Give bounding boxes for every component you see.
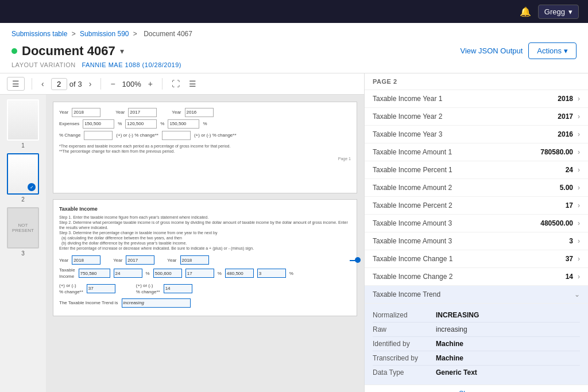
- layout-variation-value[interactable]: Fannie Mae 1088 (10/28/2019): [82, 61, 181, 68]
- thumbnail-num-1: 1: [21, 142, 25, 149]
- viewer-toolbar: ☰ ‹ of 3 › − 100% + ⛶ ☰: [0, 73, 364, 95]
- header-actions: View JSON Output Actions ▾: [460, 42, 577, 59]
- field-name-4: Taxable Income Percent 1: [373, 166, 566, 174]
- field-row-10[interactable]: Taxable Income Change 2 14 ›: [365, 268, 588, 286]
- field-row-0[interactable]: Taxable Income Year 1 2018 ›: [365, 90, 588, 108]
- page-number-input[interactable]: [51, 78, 67, 90]
- thumbnail-2[interactable]: ✓ 2: [6, 153, 40, 203]
- field-name-7: Taxable Income Amount 3: [373, 219, 540, 227]
- field-chevron-1: ›: [578, 112, 580, 121]
- thumbnail-not-present-3: NOTPRESENT: [7, 207, 39, 249]
- field-detail-panel: Normalized INCREASING Raw increasing Ide…: [365, 304, 588, 385]
- detail-label-transcribed: Transcribed by: [373, 354, 436, 362]
- field-value-8: 3: [569, 237, 573, 245]
- actions-button[interactable]: Actions ▾: [528, 42, 577, 59]
- field-row-trend[interactable]: Taxable Income Trend ⌄: [365, 286, 588, 304]
- detail-row-normalized: Normalized INCREASING: [373, 308, 580, 323]
- thumbnail-image-1: [7, 99, 39, 141]
- field-name-1: Taxable Income Year 2: [373, 112, 558, 121]
- view-json-button[interactable]: View JSON Output: [460, 46, 523, 55]
- field-chevron-2: ›: [578, 130, 580, 138]
- toolbar-divider: [32, 78, 32, 90]
- right-panel: PAGE 2 Taxable Income Year 1 2018 › Taxa…: [364, 73, 588, 392]
- breadcrumb-sep1: >: [72, 30, 76, 38]
- breadcrumb-submissions[interactable]: Submissions table: [11, 30, 67, 38]
- detail-row-identified: Identified by Machine: [373, 337, 580, 351]
- zoom-out-button[interactable]: −: [108, 78, 117, 90]
- thumbnail-3[interactable]: NOTPRESENT 3: [6, 207, 40, 257]
- user-chevron-icon: ▾: [568, 7, 572, 16]
- toolbar-divider2: [100, 78, 101, 90]
- thumbnail-panel: 1 ✓ 2 NOTPRESENT: [0, 95, 46, 392]
- field-value-2: 2016: [558, 130, 573, 138]
- field-chevron-3: ›: [578, 148, 580, 156]
- field-value-9: 37: [566, 255, 573, 263]
- document-viewer: ☰ ‹ of 3 › − 100% + ⛶ ☰: [0, 73, 364, 392]
- toolbar-divider3: [162, 78, 163, 90]
- field-row-2[interactable]: Taxable Income Year 3 2016 ›: [365, 126, 588, 143]
- field-name-3: Taxable Income Amount 1: [373, 148, 540, 156]
- field-value-5: 5.00: [560, 184, 573, 192]
- of-label: of: [69, 80, 76, 88]
- title-dropdown-button[interactable]: ▾: [120, 46, 124, 56]
- field-row-6[interactable]: Taxable Income Percent 2 17 ›: [365, 197, 588, 215]
- outline-toggle-button[interactable]: ☰: [7, 77, 25, 91]
- zoom-level: 100%: [122, 80, 141, 88]
- panel-page-label: PAGE 2: [365, 73, 588, 90]
- field-name-9: Taxable Income Change 1: [373, 255, 566, 263]
- field-row-4[interactable]: Taxable Income Percent 1 24 ›: [365, 161, 588, 179]
- notification-bell-icon[interactable]: 🔔: [520, 6, 531, 17]
- field-row-1[interactable]: Taxable Income Year 2 2017 ›: [365, 108, 588, 126]
- field-name-6: Taxable Income Percent 2: [373, 201, 566, 209]
- field-value-1: 2017: [558, 112, 573, 121]
- detail-value-normalized: INCREASING: [436, 311, 479, 319]
- field-value-7: 480500.00: [540, 219, 573, 227]
- document-pages: Year 2018 Year 2017 Year 2016 Expenses 1…: [46, 95, 364, 392]
- field-row-7[interactable]: Taxable Income Amount 3 480500.00 ›: [365, 215, 588, 232]
- detail-row-transcribed: Transcribed by Machine: [373, 351, 580, 366]
- field-name-8: Taxable Income Amount 3: [373, 237, 569, 245]
- detail-label-identified: Identified by: [373, 340, 436, 348]
- field-name-trend: Taxable Income Trend: [373, 290, 570, 298]
- field-chevron-6: ›: [578, 201, 580, 209]
- show-more-button[interactable]: Show more: [365, 385, 588, 392]
- image-mode-button[interactable]: ⛶: [169, 78, 182, 90]
- user-menu[interactable]: Gregg ▾: [538, 5, 579, 19]
- breadcrumb: Submissions table > Submission 590 > Doc…: [11, 30, 577, 38]
- breadcrumb-sep2: >: [133, 30, 137, 38]
- field-chevron-7: ›: [578, 219, 580, 227]
- field-row-3[interactable]: Taxable Income Amount 1 780580.00 ›: [365, 143, 588, 161]
- doc-content-area: 1 ✓ 2 NOTPRESENT: [0, 95, 364, 392]
- thumbnail-image-2: ✓: [7, 153, 39, 195]
- total-pages-label: 3: [78, 80, 82, 88]
- detail-value-transcribed: Machine: [436, 354, 463, 362]
- prev-page-button[interactable]: ‹: [39, 78, 47, 90]
- breadcrumb-submission[interactable]: Submission 590: [80, 30, 129, 38]
- detail-value-identified: Machine: [436, 340, 463, 348]
- thumbnail-1[interactable]: 1: [6, 99, 40, 149]
- zoom-in-button[interactable]: +: [146, 78, 155, 90]
- page-navigation: of 3: [51, 78, 82, 90]
- breadcrumb-document: Document 4067: [144, 30, 192, 38]
- field-chevron-5: ›: [578, 184, 580, 192]
- actions-chevron-icon: ▾: [564, 46, 568, 55]
- page-header: Submissions table > Submission 590 > Doc…: [0, 23, 588, 73]
- document-title: Document 4067: [22, 44, 115, 59]
- field-row-8[interactable]: Taxable Income Amount 3 3 ›: [365, 232, 588, 250]
- field-chevron-8: ›: [578, 237, 580, 245]
- field-value-3: 780580.00: [540, 148, 573, 156]
- not-present-label: NOTPRESENT: [12, 223, 34, 233]
- field-name-10: Taxable Income Change 2: [373, 273, 566, 281]
- thumbnail-num-3: 3: [21, 250, 25, 257]
- field-row-9[interactable]: Taxable Income Change 1 37 ›: [365, 250, 588, 268]
- actions-label: Actions: [537, 46, 562, 55]
- detail-label-datatype: Data Type: [373, 368, 436, 377]
- field-row-5[interactable]: Taxable Income Amount 2 5.00 ›: [365, 179, 588, 197]
- list-view-button[interactable]: ☰: [187, 78, 199, 90]
- document-page-2: Taxable Income Step 1. Enter the taxable…: [53, 199, 357, 316]
- next-page-button[interactable]: ›: [87, 78, 94, 90]
- status-dot: [11, 48, 17, 54]
- doc-title-group: Document 4067 ▾: [11, 44, 124, 59]
- detail-value-raw: increasing: [436, 325, 467, 333]
- detail-row-raw: Raw increasing: [373, 323, 580, 337]
